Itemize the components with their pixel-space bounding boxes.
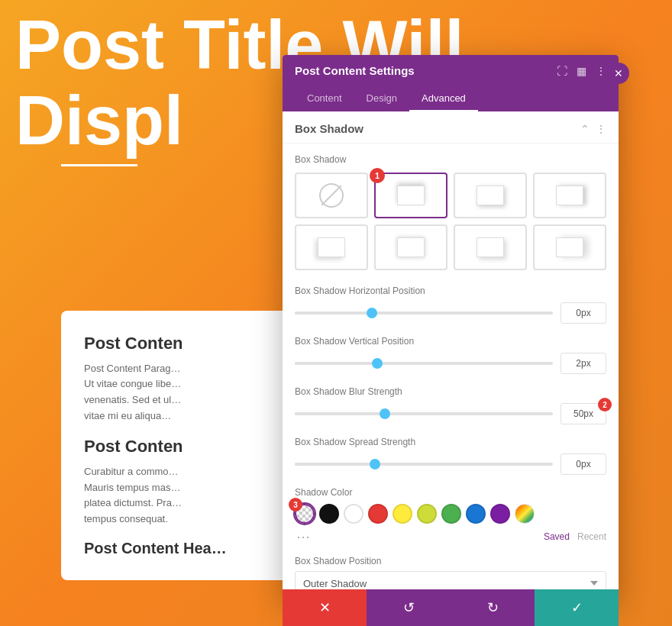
slider-vertical-value[interactable]: 2px <box>561 353 606 374</box>
color-swatch-green[interactable] <box>441 504 461 524</box>
slider-blur-track[interactable] <box>295 412 553 415</box>
slider-horizontal-fill <box>295 311 372 315</box>
color-badge-3: 3 <box>289 498 302 511</box>
settings-panel: Post Content Settings ⛶ ▦ ⋮ ✕ Content De… <box>283 55 619 600</box>
shadow-preview-right-only <box>556 237 583 257</box>
slider-horizontal-value[interactable]: 0px <box>561 302 606 324</box>
color-swatch-lime[interactable] <box>417 504 437 524</box>
panel-title: Post Content Settings <box>295 64 415 77</box>
slider-vertical: Box Shadow Vertical Position 2px <box>295 336 606 374</box>
shadow-preview-right <box>556 186 583 205</box>
columns-icon[interactable]: ▦ <box>577 65 586 77</box>
shadow-grid: 1 <box>295 173 606 270</box>
panel-header-icons: ⛶ ▦ ⋮ <box>557 65 606 77</box>
color-swatch-white[interactable] <box>344 504 363 524</box>
recent-label[interactable]: Recent <box>577 531 606 542</box>
shadow-option-center[interactable] <box>374 224 447 270</box>
shadow-option-right-only[interactable] <box>533 224 606 270</box>
divider-line <box>61 164 137 166</box>
color-swatch-black[interactable] <box>319 504 339 524</box>
shadow-option-bottom-left[interactable] <box>295 224 368 270</box>
shadow-preview-bottom-left <box>318 237 345 257</box>
confirm-button[interactable]: ✓ <box>535 589 619 626</box>
more-colors-btn[interactable]: ⋯ <box>295 528 312 545</box>
slider-blur-value[interactable]: 50px 2 <box>561 403 606 424</box>
cancel-button[interactable]: ✕ <box>283 589 367 626</box>
collapse-icon[interactable]: ⌃ <box>580 123 590 135</box>
shadow-badge-1: 1 <box>370 168 385 183</box>
color-swatch-pencil[interactable] <box>515 504 535 524</box>
panel-toolbar: ✕ ↺ ↻ ✓ <box>283 589 619 626</box>
slider-spread-fill <box>295 463 375 466</box>
bg-text1: Post Content Parag…Ut vitae congue libe…… <box>84 361 298 424</box>
slider-horizontal-thumb[interactable] <box>367 308 377 318</box>
slider-horizontal: Box Shadow Horizontal Position 0px <box>295 286 606 324</box>
slider-blur-fill <box>295 412 385 415</box>
section-header-icons: ⌃ ⋮ <box>580 123 606 135</box>
panel-header: Post Content Settings ⛶ ▦ ⋮ <box>283 55 619 86</box>
more-icon[interactable]: ⋮ <box>596 65 606 77</box>
tab-design[interactable]: Design <box>354 86 409 111</box>
section-title: Box Shadow <box>295 122 363 135</box>
color-label: Shadow Color <box>295 487 606 498</box>
slider-blur: Box Shadow Blur Strength 50px 2 <box>295 386 606 424</box>
bg-heading3: Post Content Hea… <box>84 540 298 557</box>
slider-spread-label: Box Shadow Spread Strength <box>295 437 606 447</box>
slider-blur-label: Box Shadow Blur Strength <box>295 386 606 397</box>
slider-vertical-thumb[interactable] <box>372 358 383 369</box>
slider-spread-thumb[interactable] <box>370 459 380 470</box>
shadow-option-outer[interactable] <box>454 173 527 218</box>
color-swatch-checker-wrapper: 3 <box>295 504 315 524</box>
shadow-option-none[interactable] <box>295 173 368 218</box>
dropdown-label: Box Shadow Position <box>295 556 606 566</box>
slider-horizontal-controls: 0px <box>295 302 606 324</box>
section-header: Box Shadow ⌃ ⋮ <box>283 111 619 144</box>
shadow-preview-center <box>397 237 425 257</box>
color-row: Shadow Color 3 <box>295 487 606 545</box>
panel-content: Box Shadow 1 <box>283 144 619 600</box>
bg-heading2: Post Conten <box>84 437 298 457</box>
slider-vertical-controls: 2px <box>295 353 606 374</box>
color-swatch-red[interactable] <box>368 504 388 524</box>
section-more-icon[interactable]: ⋮ <box>596 123 606 135</box>
saved-label[interactable]: Saved <box>544 531 570 542</box>
panel-body: Box Shadow ⌃ ⋮ Box Shadow 1 <box>283 111 619 600</box>
shadow-preview-bottom-right <box>477 237 504 257</box>
slider-horizontal-track[interactable] <box>295 311 553 315</box>
slider-horizontal-label: Box Shadow Horizontal Position <box>295 286 606 296</box>
panel-close-button[interactable]: ✕ <box>608 63 629 84</box>
slider-spread: Box Shadow Spread Strength 0px <box>295 437 606 475</box>
expand-icon[interactable]: ⛶ <box>557 65 567 77</box>
blur-badge: 2 <box>598 398 612 411</box>
tab-advanced[interactable]: Advanced <box>409 86 478 111</box>
bg-heading1: Post Conten <box>84 334 298 353</box>
undo-button[interactable]: ↺ <box>367 589 451 626</box>
bg-content-card: Post Conten Post Content Parag…Ut vitae … <box>61 311 321 580</box>
slider-blur-controls: 50px 2 <box>295 403 606 424</box>
color-swatch-yellow[interactable] <box>393 504 412 524</box>
slider-spread-controls: 0px <box>295 453 606 475</box>
bg-text2: Curabitur a commo…Mauris tempus mas…plat… <box>84 464 298 528</box>
shadow-option-right[interactable] <box>533 173 606 218</box>
tab-content[interactable]: Content <box>295 86 354 111</box>
shadow-preview-outer <box>477 186 504 205</box>
slider-vertical-fill <box>295 362 377 365</box>
color-swatch-blue[interactable] <box>466 504 486 524</box>
panel-tabs: Content Design Advanced <box>283 86 619 111</box>
shadow-option-bottom-right[interactable] <box>454 224 527 270</box>
shadow-option-top[interactable]: 1 <box>374 173 447 218</box>
color-swatch-purple[interactable] <box>490 504 510 524</box>
box-shadow-label: Box Shadow <box>295 154 606 165</box>
slider-spread-value[interactable]: 0px <box>561 453 606 475</box>
slider-vertical-track[interactable] <box>295 362 553 365</box>
shadow-preview-top <box>397 186 425 205</box>
slider-spread-track[interactable] <box>295 463 553 466</box>
slider-vertical-label: Box Shadow Vertical Position <box>295 336 606 347</box>
redo-button[interactable]: ↻ <box>451 589 535 626</box>
slider-blur-thumb[interactable] <box>380 408 390 419</box>
